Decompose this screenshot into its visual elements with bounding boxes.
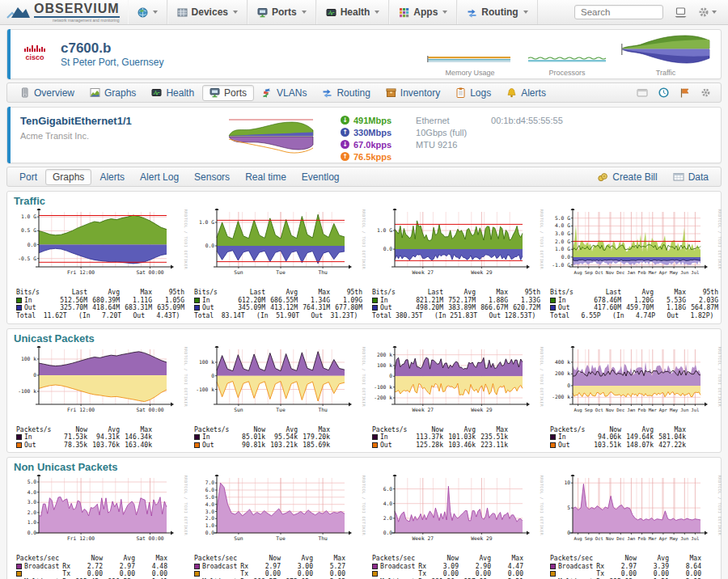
graph-legend: Bits/sLastAvgMax95thIn612.20M686.55M1.34…: [193, 289, 364, 312]
tab-routing[interactable]: Routing: [315, 85, 377, 101]
action-label: Data: [688, 171, 709, 183]
menu-routing[interactable]: Routing: [457, 0, 537, 24]
legend-swatch: [372, 564, 378, 569]
search-input[interactable]: [574, 5, 663, 19]
legend-swatch: [372, 571, 378, 577]
svg-text:Mar: Mar: [649, 270, 658, 275]
device-name[interactable]: c7600.b: [61, 40, 163, 57]
legend-swatch: [550, 298, 556, 303]
display-mode-button[interactable]: [674, 7, 688, 18]
observium-logo[interactable]: OBSERVIUM network management and monitor…: [0, 0, 128, 24]
menu-apps[interactable]: Apps: [389, 0, 457, 24]
graph-legend: Packets/secNowAvgMaxBroadcastRx2.722.974…: [15, 555, 169, 579]
action-data-button[interactable]: Data: [666, 169, 716, 185]
rrd-graph-traffic-week[interactable]: 1.0 G0.0SunTueThuRRDTOOL / TOBI OETIKER: [190, 209, 366, 289]
svg-text:Jan: Jan: [627, 270, 635, 275]
legend-swatch: [550, 442, 556, 448]
tab-ports[interactable]: Ports: [202, 85, 254, 101]
caret-down-icon: [153, 11, 158, 14]
caret-down-icon: [712, 11, 717, 14]
rrd-graph-nonunicast-week[interactable]: 7.06.05.04.03.02.01.00.0SunTueThuRRDTOOL…: [190, 475, 366, 555]
port-stats: ↓491Mbps↑330Mbps↓67.0kpps↑76.5kpps: [341, 115, 392, 162]
subtab-label: Eventlog: [302, 171, 340, 183]
rrd-graph-unicast-day[interactable]: 100 k0-100 kFri 12:00Sat 00:00RRDTOOL / …: [12, 346, 188, 426]
rrd-graph-traffic-day[interactable]: 1.0 G0.5 G0.0-0.5 GFri 12:00Sat 00:00RRD…: [12, 209, 188, 289]
rrd-graph-traffic-year[interactable]: 5.0 G4.0 G3.0 G2.0 G1.0 G0.0-1.0 GAugSep…: [546, 209, 722, 289]
graph-legend: Bits/sLastAvgMax95thIn821.21M752.17M1.88…: [370, 289, 542, 312]
laptop-icon: [674, 7, 688, 18]
tab-logs[interactable]: Logs: [448, 85, 498, 101]
tool-clock-button[interactable]: [654, 85, 674, 100]
menu-ports[interactable]: Ports: [248, 0, 316, 24]
tool-flag-button[interactable]: [675, 85, 695, 100]
flag-icon: [679, 87, 690, 98]
svg-text:-0.5 G: -0.5 G: [18, 256, 36, 261]
legend-total: Total 380.35T (In 251.83T Out 128.53T): [372, 312, 544, 320]
svg-text:Feb: Feb: [638, 270, 647, 275]
rrd-graph-unicast-year[interactable]: 400 k200 k0-200 kAugSepOctNovDecJanFebMa…: [546, 346, 722, 426]
svg-text:RRDTOOL / TOBI OETIKER: RRDTOOL / TOBI OETIKER: [717, 209, 722, 270]
svg-text:RRDTOOL / TOBI OETIKER: RRDTOOL / TOBI OETIKER: [540, 475, 544, 536]
legend-swatch: [550, 434, 556, 440]
svg-text:May: May: [670, 270, 679, 276]
minigraph-label: Traffic: [620, 69, 711, 77]
svg-text:2.0: 2.0: [28, 509, 37, 515]
tab-vlans[interactable]: VLANs: [255, 85, 314, 101]
caret-down-icon: [302, 11, 307, 14]
tool-gear-button[interactable]: [696, 85, 716, 100]
tab-graphs[interactable]: Graphs: [83, 85, 143, 101]
legend-swatch: [194, 305, 200, 311]
port-mac-address: 00:1b:d4:55:55:55: [491, 116, 563, 125]
svg-text:2.0: 2.0: [205, 515, 215, 521]
rrd-graph-traffic-month[interactable]: 1.0 G0.0Week 27Week 29RRDTOOL / TOBI OET…: [368, 209, 544, 289]
tab-alerts[interactable]: Alerts: [499, 85, 553, 101]
rrd-graph-unicast-month[interactable]: 200 k100 k0-100 k-200 kWeek 27Week 29RRD…: [368, 346, 544, 426]
subtab-label: Sensors: [194, 171, 230, 183]
menu-devices[interactable]: Devices: [167, 0, 248, 24]
caret-down-icon: [442, 11, 447, 14]
rrd-graph-nonunicast-year[interactable]: 1050AugSepOctNovDecJanFebMarAprMayJunJul…: [546, 475, 722, 555]
subtab-alerts[interactable]: Alerts: [92, 169, 132, 185]
settings-menu[interactable]: [698, 6, 717, 18]
svg-text:4.0: 4.0: [205, 501, 215, 507]
svg-text:RRDTOOL / TOBI OETIKER: RRDTOOL / TOBI OETIKER: [184, 475, 188, 536]
rrd-graph-nonunicast-month[interactable]: 6.04.02.00.0Week 27Week 29RRDTOOL / TOBI…: [368, 475, 544, 555]
port-name[interactable]: TenGigabitEthernet1/1: [20, 115, 182, 127]
port-minigraph[interactable]: [226, 115, 316, 159]
section-title: Unicast Packets: [14, 332, 716, 344]
rrd-graph-nonunicast-day[interactable]: 5.04.03.02.01.00.0Fri 12:00Sat 00:00RRDT…: [12, 475, 188, 555]
subtab-port[interactable]: Port: [12, 169, 44, 185]
action-create-bill-button[interactable]: Create Bill: [590, 169, 664, 185]
menu-health[interactable]: Health: [316, 0, 390, 24]
svg-text:Feb: Feb: [638, 408, 647, 412]
svg-text:3.0 G: 3.0 G: [555, 230, 570, 236]
svg-text:5.0 G: 5.0 G: [555, 215, 570, 221]
device-location[interactable]: St Peter Port, Guernsey: [61, 57, 163, 68]
graph-cell-nonunicast-week: 7.06.05.04.03.02.01.00.0SunTueThuRRDTOOL…: [190, 475, 366, 579]
svg-text:Tue: Tue: [276, 407, 286, 412]
tool-panel-button[interactable]: [632, 85, 653, 100]
svg-text:1.0: 1.0: [205, 522, 215, 528]
minigraph-traffic[interactable]: Traffic: [620, 32, 711, 77]
bill-icon: [597, 171, 608, 182]
svg-text:0: 0: [389, 373, 392, 378]
subtab-sensors[interactable]: Sensors: [187, 169, 237, 185]
legend-swatch: [16, 442, 22, 448]
subtab-real-time[interactable]: Real time: [238, 169, 294, 185]
graph-cell-traffic-month: 1.0 G0.0Week 27Week 29RRDTOOL / TOBI OET…: [368, 209, 544, 320]
tab-overview[interactable]: Overview: [12, 85, 82, 101]
tab-health[interactable]: Health: [144, 85, 201, 101]
svg-text:Sep: Sep: [585, 270, 594, 276]
subtab-alert-log[interactable]: Alert Log: [133, 169, 186, 185]
subtab-graphs[interactable]: Graphs: [45, 169, 91, 185]
port-status-stripe: [7, 107, 11, 163]
svg-text:Week 27: Week 27: [413, 535, 434, 541]
tab-label: Ports: [224, 87, 247, 99]
subtab-eventlog[interactable]: Eventlog: [294, 169, 347, 185]
traffic-minigraph-icon: [620, 32, 711, 66]
menu-globe[interactable]: [128, 0, 167, 24]
tab-inventory[interactable]: Inventory: [379, 85, 447, 101]
minigraph-memory-usage[interactable]: Memory Usage: [426, 37, 514, 77]
rrd-graph-unicast-week[interactable]: 100 k0-100 kSunTueThuRRDTOOL / TOBI OETI…: [190, 346, 366, 426]
minigraph-processors[interactable]: Processors: [527, 37, 607, 77]
